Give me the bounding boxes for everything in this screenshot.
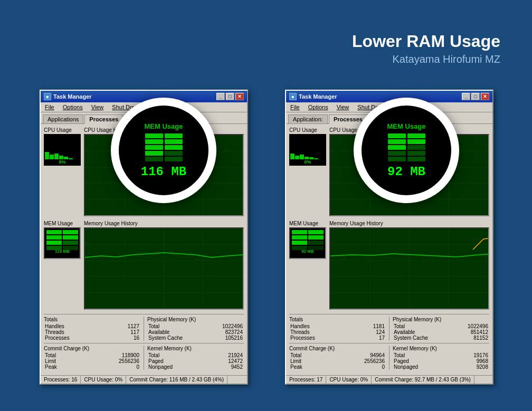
mem-circle-left: MEM Usage 116 MB — [111, 98, 216, 203]
divider1 — [144, 317, 144, 341]
totals-title-right: Totals — [289, 317, 386, 322]
tab-applications-right[interactable]: Application: — [288, 114, 328, 123]
minimize-button-right[interactable]: _ — [462, 93, 470, 100]
mem-history-label-right: Memory Usage History — [329, 221, 489, 226]
commit-total-label-left: Total — [45, 352, 56, 358]
kernel-paged-val-right: 9968 — [477, 358, 488, 364]
mem-seg — [46, 230, 62, 234]
circle-label-left: MEM Usage — [145, 122, 183, 130]
mem-history-svg-right — [330, 228, 488, 309]
kernel-nonpaged-row-left: Nonpaged 9452 — [147, 364, 244, 370]
commit-peak-label-right: Peak — [290, 364, 302, 370]
mem-col4 — [308, 230, 324, 250]
handles-val-left: 1127 — [128, 323, 139, 329]
status-commit-left: Commit Charge: 116 MB / 2.43 GB (4%) — [126, 376, 227, 384]
phys-avail-row-right: Available 851412 — [393, 329, 489, 335]
maximize-button[interactable]: □ — [226, 93, 234, 100]
close-button[interactable]: ✕ — [235, 93, 244, 100]
cpu-percent-right: 0% — [289, 159, 326, 165]
mem-usage-panel: MEM Usage — [44, 221, 81, 310]
threads-label-right: Threads — [290, 329, 310, 335]
processes-val-left: 16 — [134, 335, 139, 341]
commit-total-val-right: 94964 — [370, 352, 385, 358]
mem-history-svg — [85, 228, 243, 309]
status-commit-right: Commit Charge: 92.7 MB / 2.43 GB (3%) — [372, 376, 474, 384]
kernel-paged-label-right: Paged — [394, 358, 409, 364]
kernel-nonpaged-row-right: Nonpaged 9208 — [393, 364, 489, 370]
cpu-graph-right: 0% — [289, 134, 326, 166]
menu-options-right[interactable]: Options — [306, 103, 330, 111]
menu-view[interactable]: View — [89, 103, 106, 111]
statusbar-left: Processes: 16 CPU Usage: 0% Commit Charg… — [41, 375, 247, 384]
mem-bars — [45, 228, 80, 249]
totals-block-left: Totals Handles 1127 Threads 117 Processe… — [44, 317, 140, 341]
divider4 — [389, 346, 390, 370]
physical-block-right: Physical Memory (K) Total 1022496 Availa… — [393, 317, 489, 341]
page-title: Lower RAM Usage — [352, 32, 500, 51]
cpu-bar — [300, 155, 304, 159]
graphs-row2-right: MEM Usage — [289, 221, 489, 310]
processes-label-right: Processes — [290, 335, 315, 341]
cpu-bar — [45, 152, 49, 159]
tab-processes-left[interactable]: Processes — [84, 114, 123, 124]
handles-row-right: Handles 1181 — [289, 323, 386, 329]
page-subtitle: Katayama Hirofumi MZ — [352, 53, 500, 65]
minimize-button[interactable]: _ — [216, 93, 225, 100]
menu-options[interactable]: Options — [61, 103, 85, 111]
seg — [145, 157, 163, 161]
circle-grid-right — [388, 133, 425, 161]
commit-limit-label-right: Limit — [290, 358, 301, 364]
phys-avail-label-left: Available — [148, 329, 169, 335]
kernel-title-left: Kernel Memory (K) — [147, 346, 244, 351]
handles-val-right: 1181 — [373, 323, 385, 329]
app-icon: ■ — [44, 93, 51, 100]
phys-avail-val-left: 823724 — [225, 329, 243, 335]
mem-history-graph — [84, 227, 244, 310]
tab-applications-left[interactable]: Applications — [43, 114, 83, 123]
seg — [165, 151, 183, 156]
cpu-bar — [314, 158, 318, 159]
threads-row-left: Threads 117 — [44, 329, 140, 335]
kernel-paged-row-left: Paged 12472 — [147, 358, 244, 364]
seg — [145, 145, 163, 150]
circle-col-3 — [388, 133, 406, 161]
kernel-nonpaged-val-right: 9208 — [477, 364, 488, 370]
handles-row-left: Handles 1127 — [44, 323, 140, 329]
menu-file-right[interactable]: File — [288, 103, 302, 111]
menu-file[interactable]: File — [43, 103, 56, 111]
commit-title-right: Commit Charge (K) — [289, 346, 386, 351]
cpu-label: CPU Usage — [44, 127, 81, 133]
phys-total-label-left: Total — [148, 323, 159, 329]
graphs-row2-left: MEM Usage — [44, 221, 244, 310]
phys-avail-val-right: 851412 — [471, 329, 488, 335]
seg — [407, 145, 425, 150]
mem-label: MEM Usage — [44, 221, 81, 226]
status-processes-right: Processes: 17 — [286, 376, 326, 384]
threads-label-left: Threads — [45, 329, 64, 335]
commit-limit-row-left: Limit 2556236 — [44, 358, 140, 364]
close-button-right[interactable]: ✕ — [481, 93, 489, 100]
commit-total-label-right: Total — [290, 352, 301, 358]
circle-grid-left — [145, 133, 183, 161]
circle-mb-left: 116 MB — [141, 165, 186, 179]
totals-block-right: Totals Handles 1181 Threads 124 Processe… — [289, 317, 386, 341]
statusbar-right: Processes: 17 CPU Usage: 0% Commit Charg… — [286, 375, 492, 384]
cpu-bars-right — [289, 134, 326, 159]
menu-view-right[interactable]: View — [335, 103, 352, 111]
circle-col-2 — [165, 133, 183, 161]
kernel-nonpaged-label-right: Nonpaged — [394, 364, 418, 370]
stats-section-2-right: Commit Charge (K) Total 94964 Limit 2556… — [289, 343, 489, 370]
processes-row-right: Processes 17 — [289, 335, 386, 341]
mem-history-label: Memory Usage History — [84, 221, 244, 226]
titlebar-left: ■ Task Manager _ □ ✕ — [41, 91, 247, 102]
mem-seg — [308, 230, 324, 234]
titlebar-right-side: ■ Task Manager — [289, 93, 337, 100]
cpu-bars — [44, 134, 81, 159]
mem-history-panel-right: Memory Usage History — [329, 221, 489, 310]
maximize-button-right[interactable]: □ — [471, 93, 480, 100]
mem-seg — [63, 246, 78, 250]
stats-section-2-left: Commit Charge (K) Total 118900 Limit 255… — [44, 343, 244, 370]
mem-history-graph-right — [329, 227, 489, 310]
seg — [165, 133, 183, 138]
seg — [388, 157, 406, 161]
